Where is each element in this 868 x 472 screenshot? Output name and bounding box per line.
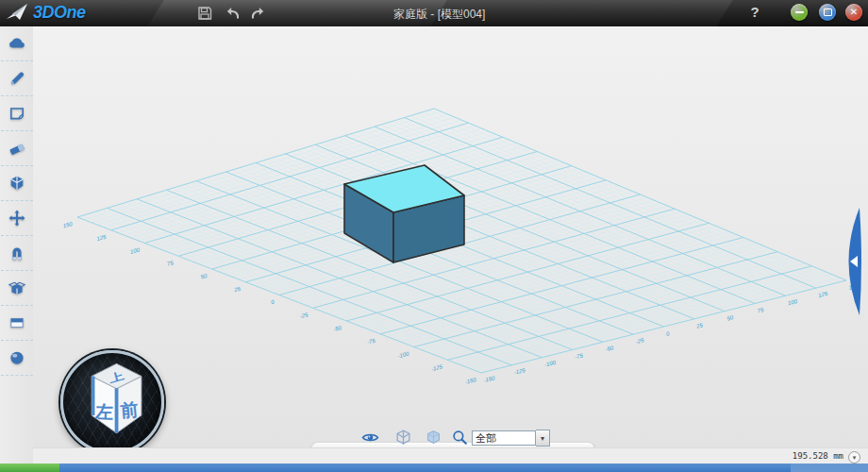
grid-axis-label: 25 (695, 322, 705, 329)
grid-axis-label: 125 (818, 291, 829, 298)
restore-icon (824, 8, 832, 16)
close-icon: ✕ (850, 8, 858, 17)
grid-axis-label: 125 (96, 234, 108, 242)
status-strip-green (0, 464, 59, 472)
grid-axis-label: -75 (575, 352, 585, 360)
magnet-icon (8, 244, 25, 261)
sidebar-item-section[interactable] (1, 306, 33, 341)
model-box[interactable] (344, 165, 464, 262)
cloud-icon (8, 35, 25, 52)
restore-button[interactable] (819, 4, 836, 21)
undo-arrow-icon[interactable] (225, 5, 242, 22)
grid-axis-label: -100 (543, 360, 557, 368)
grid-axis-label: -50 (333, 325, 343, 332)
status-bar: 195.528 mm ▾ (33, 447, 868, 464)
grid-axis-label: 50 (726, 314, 735, 322)
eye-icon (361, 429, 379, 447)
open-box-icon (8, 279, 25, 296)
status-strip-blue (59, 464, 791, 472)
display-filter-dropdown[interactable]: 全部 ▾ (472, 430, 550, 447)
grid-axis-label: 0 (665, 330, 670, 337)
cube-icon (8, 175, 25, 192)
app-logo: 3DOne (6, 2, 86, 23)
grid-axis-label: 100 (129, 246, 141, 254)
sidebar-item-edit[interactable] (1, 131, 33, 166)
minimize-icon (795, 11, 804, 13)
eraser-icon (8, 140, 25, 157)
navcube-front-edge-highlight (115, 388, 119, 433)
paper-plane-icon (6, 2, 28, 23)
sidebar-item-community[interactable] (1, 26, 33, 61)
scale-measurement: 195.528 mm (793, 451, 843, 461)
grid-axis-label: -25 (635, 337, 645, 345)
wireframe-cube-icon (394, 429, 412, 447)
grid-axis-label: 75 (757, 307, 765, 314)
close-button[interactable]: ✕ (845, 4, 862, 21)
grid-axis-label: -25 (299, 312, 309, 319)
grid-axis-label: 0 (271, 298, 275, 305)
grid-axis-label: -150 (464, 377, 477, 385)
sidebar-item-transform[interactable] (1, 201, 33, 236)
panel-expand-tab[interactable] (834, 206, 864, 317)
zoom-icon (451, 429, 469, 447)
grid-axis-label: -75 (366, 338, 376, 346)
grid-axis-label: 150 (62, 221, 74, 228)
grid-axis-label: -50 (605, 345, 615, 352)
layers-icon (8, 314, 25, 331)
titlebar: 3DOne 家庭版 - [模型004] ? ✕ (0, 0, 868, 27)
grid-axis-label: -100 (397, 350, 410, 359)
status-strip-blue-light (791, 464, 868, 472)
sidebar-item-assembly[interactable] (1, 236, 33, 271)
grid-axis-label: -125 (430, 363, 443, 372)
display-eye-button[interactable] (361, 428, 379, 447)
svg-text:左: 左 (94, 401, 114, 422)
pen-icon (8, 70, 25, 87)
unit-dropdown-button[interactable]: ▾ (848, 451, 860, 464)
sidebar-item-sketch[interactable] (1, 61, 33, 96)
display-zoom-button[interactable] (451, 428, 469, 447)
navcube-cube: 上 左 前 (63, 353, 156, 446)
sidebar-item-special-shape[interactable] (1, 271, 33, 306)
sidebar-item-surface[interactable] (1, 96, 33, 131)
3done-window: 3DOne 家庭版 - [模型004] ? ✕ 1501251007550250… (0, 0, 868, 472)
plane-icon (8, 105, 25, 122)
document-title: 家庭版 - [模型004] (393, 7, 485, 23)
minimize-button[interactable] (791, 4, 808, 21)
display-shaded-cube-button[interactable] (425, 428, 442, 447)
chevron-down-icon[interactable]: ▾ (536, 430, 550, 447)
grid-axis-label: -150 (483, 375, 496, 383)
help-button[interactable]: ? (747, 4, 762, 20)
move-icon (8, 210, 25, 227)
display-filter-value[interactable]: 全部 (472, 430, 536, 446)
grid-axis-label: -125 (513, 367, 526, 376)
grid-axis-label: 75 (166, 260, 175, 267)
shaded-cube-icon (425, 429, 442, 447)
navcube-front-face[interactable]: 前 (120, 399, 140, 421)
sphere-icon (8, 349, 25, 366)
svg-text:前: 前 (120, 399, 140, 421)
save-icon[interactable] (196, 5, 213, 22)
logo-text: 3DOne (33, 3, 86, 23)
display-wireframe-cube-button[interactable] (394, 428, 412, 447)
grid-axis-label: 100 (787, 298, 798, 306)
grid-axis-label: 50 (200, 273, 209, 280)
sidebar-item-render[interactable] (1, 341, 33, 376)
sidebar-toolbar (0, 26, 34, 464)
grid-axis-label: 25 (233, 286, 242, 294)
sidebar-item-solid[interactable] (1, 166, 33, 201)
navcube-left-edge-highlight (92, 377, 94, 415)
navigation-cube[interactable]: 上 左 前 (60, 350, 164, 454)
navcube-left-face[interactable]: 左 (94, 401, 114, 422)
redo-arrow-icon[interactable] (249, 5, 266, 22)
